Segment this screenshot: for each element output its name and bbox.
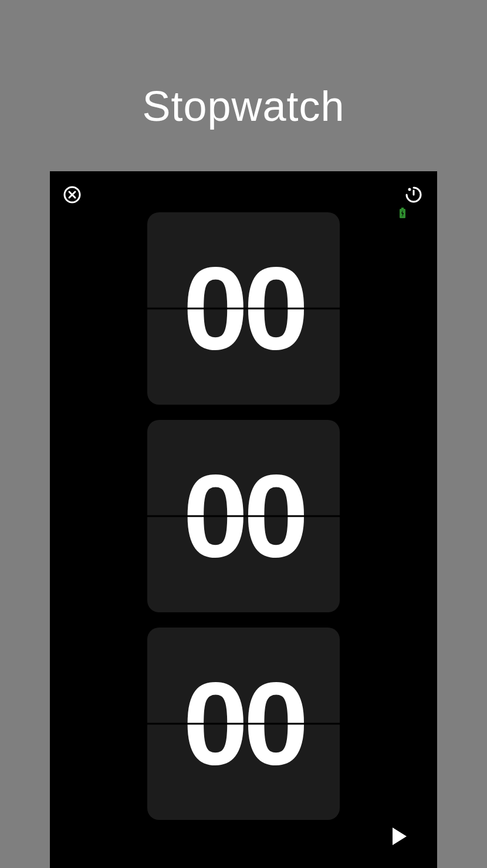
svg-point-1 [408,188,411,191]
hours-card: 00 [147,212,340,405]
svg-rect-2 [401,208,404,209]
flip-cards-container: 00 00 00 [50,171,437,820]
battery-charging-icon [400,208,405,218]
minutes-value: 00 [183,457,304,575]
close-icon[interactable] [63,185,82,204]
page-title: Stopwatch [142,82,344,130]
phone-frame: 00 00 00 [50,171,437,868]
hours-value: 00 [183,250,304,367]
timer-icon[interactable] [404,185,423,204]
seconds-card: 00 [147,628,340,820]
play-icon[interactable] [389,826,410,847]
seconds-value: 00 [183,665,304,782]
minutes-card: 00 [147,420,340,612]
